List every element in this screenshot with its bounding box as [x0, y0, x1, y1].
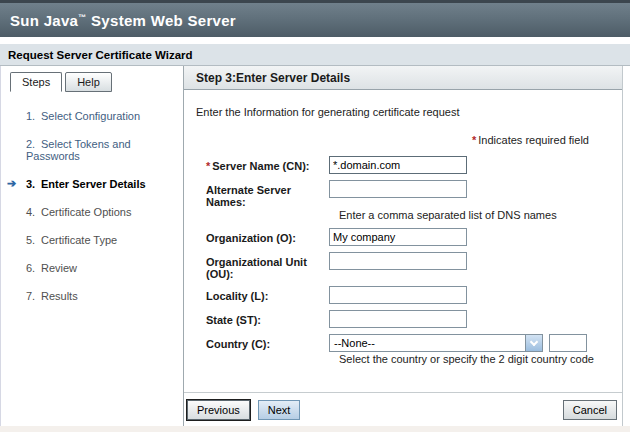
locality-label: Locality (L):: [206, 286, 329, 302]
form-row-state: State (ST):: [196, 310, 622, 328]
locality-input[interactable]: [329, 286, 467, 304]
wizard-title: Request Server Certificate Wizard: [8, 49, 193, 61]
country-select[interactable]: --None--: [329, 334, 543, 352]
step-label: Certificate Options: [41, 206, 131, 218]
country-label: Country (C):: [206, 334, 329, 350]
step-label: Certificate Type: [41, 234, 117, 246]
org-unit-label: Organizational Unit (OU):: [206, 252, 329, 280]
step-header: Step 3:Enter Server Details: [184, 66, 622, 90]
current-step-label: Enter Server Details: [41, 178, 146, 190]
intro-text: Enter the Information for generating cer…: [196, 106, 622, 118]
form-row-alternate-names: Alternate Server Names:: [196, 180, 622, 208]
organization-input[interactable]: [329, 228, 467, 246]
required-field-note: *Indicates required field: [196, 134, 622, 146]
wizard-title-bar: Request Server Certificate Wizard: [0, 44, 630, 66]
server-name-input[interactable]: [329, 156, 467, 174]
step-item-select-tokens[interactable]: 2.Select Tokens and Passwords: [1, 138, 183, 162]
sidebar-tabs: Steps Help: [1, 66, 183, 91]
select-dropdown-arrow-icon[interactable]: [525, 335, 542, 351]
required-asterisk: *: [206, 160, 210, 172]
step-link-label[interactable]: Select Tokens and Passwords: [26, 138, 131, 162]
next-button[interactable]: Next: [258, 400, 301, 420]
masthead-gap: [0, 37, 630, 44]
state-input[interactable]: [329, 310, 467, 328]
form-row-server-name: *Server Name (CN):: [196, 156, 622, 174]
country-helper: Select the country or specify the 2 digi…: [339, 353, 622, 365]
window-bottom-strip: [0, 426, 630, 432]
step-label: Review: [41, 262, 77, 274]
required-asterisk: *: [472, 134, 476, 146]
tab-steps[interactable]: Steps: [10, 72, 62, 92]
org-unit-input[interactable]: [329, 252, 467, 270]
country-select-value: --None--: [334, 337, 375, 349]
country-code-input[interactable]: [549, 334, 587, 352]
state-label: State (ST):: [206, 310, 329, 326]
tab-help[interactable]: Help: [65, 72, 112, 92]
step-item-results: 7.Results: [1, 290, 183, 302]
previous-button[interactable]: Previous: [187, 400, 250, 420]
form-row-locality: Locality (L):: [196, 286, 622, 304]
alternate-names-input[interactable]: [329, 180, 467, 198]
steps-list: 1.Select Configuration 2.Select Tokens a…: [1, 110, 183, 302]
wizard-button-bar: Previous Next Cancel: [184, 392, 622, 426]
current-step-arrow-icon: ➔: [7, 177, 16, 189]
cancel-button[interactable]: Cancel: [563, 400, 617, 420]
step-content-pane: Step 3:Enter Server Details Enter the In…: [184, 66, 622, 426]
masthead: Sun Java™ System Web Server: [0, 3, 630, 37]
step-item-enter-server-details: ➔ 3.Enter Server Details: [1, 178, 183, 190]
form-row-organization: Organization (O):: [196, 228, 622, 246]
trademark-symbol: ™: [78, 13, 86, 22]
organization-label: Organization (O):: [206, 228, 329, 244]
step-item-select-configuration[interactable]: 1.Select Configuration: [1, 110, 183, 122]
step-link-label[interactable]: Select Configuration: [41, 110, 140, 122]
step-item-review: 6.Review: [1, 262, 183, 274]
wizard-body: Steps Help 1.Select Configuration 2.Sele…: [0, 66, 623, 426]
step-item-certificate-options: 4.Certificate Options: [1, 206, 183, 218]
alternate-names-label: Alternate Server Names:: [206, 180, 329, 208]
alternate-names-helper: Enter a comma separated list of DNS name…: [339, 209, 622, 221]
form-row-country: Country (C): --None--: [196, 334, 622, 352]
product-title: Sun Java™ System Web Server: [10, 12, 236, 29]
steps-sidebar: Steps Help 1.Select Configuration 2.Sele…: [0, 66, 184, 426]
step-item-certificate-type: 5.Certificate Type: [1, 234, 183, 246]
step-label: Results: [41, 290, 78, 302]
form-row-org-unit: Organizational Unit (OU):: [196, 252, 622, 280]
step-content: Enter the Information for generating cer…: [184, 90, 622, 392]
country-controls: --None--: [329, 334, 587, 352]
server-name-label: *Server Name (CN):: [206, 156, 329, 172]
step-header-title: Step 3:Enter Server Details: [196, 71, 350, 85]
